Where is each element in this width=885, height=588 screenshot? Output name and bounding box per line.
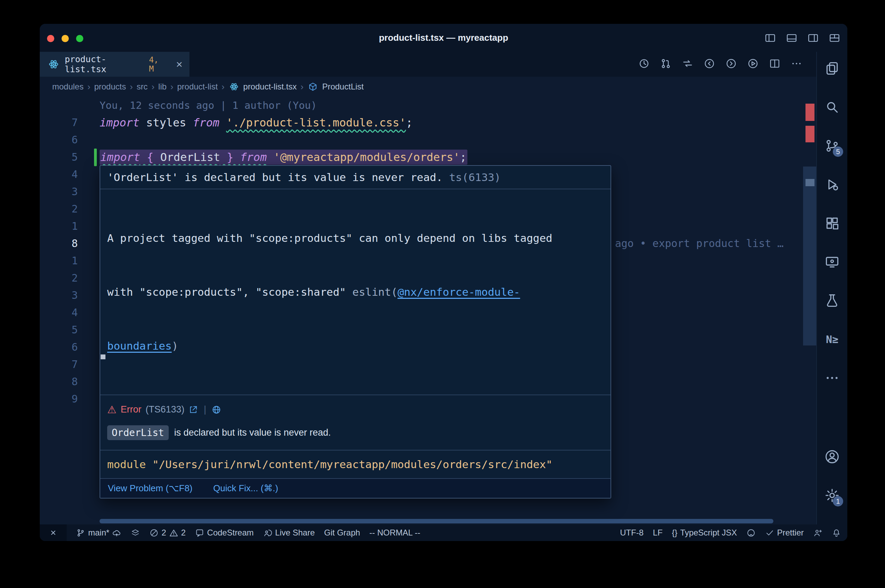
line-number[interactable]: 1 <box>40 252 78 270</box>
line-number-current[interactable]: 8 <box>40 235 78 252</box>
hover-error-detail: OrderList is declared but its value is n… <box>100 418 610 450</box>
tab-product-list[interactable]: product-list.tsx 4, M × <box>40 52 189 77</box>
branch-icon <box>76 528 86 537</box>
pull-request-icon[interactable] <box>660 58 672 71</box>
title-bar: product-list.tsx — myreactapp <box>40 24 847 52</box>
errors-icon <box>149 528 159 537</box>
symbol-token-badge: OrderList <box>107 425 169 440</box>
github-icon <box>746 528 756 537</box>
react-file-icon <box>229 82 239 92</box>
open-external-icon[interactable] <box>188 405 198 415</box>
line-number[interactable]: 4 <box>40 304 78 321</box>
code-line[interactable] <box>99 131 802 148</box>
breadcrumb-item[interactable]: modules <box>52 82 84 92</box>
bell-icon <box>832 528 841 537</box>
search-icon[interactable] <box>824 99 840 116</box>
line-number[interactable]: 2 <box>40 270 78 287</box>
line-number[interactable]: 3 <box>40 183 78 200</box>
codestream-icon <box>195 528 204 537</box>
github-status[interactable] <box>746 528 756 537</box>
breadcrumb-file[interactable]: product-list.tsx <box>243 82 297 92</box>
line-number[interactable]: 9 <box>40 390 78 408</box>
symbol-cube-icon <box>308 82 318 92</box>
eslint-rule-link[interactable]: @nx/enforce-module- <box>398 286 520 298</box>
git-change-indicator <box>94 148 97 166</box>
remote-indicator[interactable] <box>40 524 67 541</box>
split-editor-icon[interactable] <box>769 58 781 71</box>
gitlens-compare[interactable] <box>131 528 140 537</box>
run-file-icon[interactable] <box>747 58 759 71</box>
git-graph-status[interactable]: Git Graph <box>324 528 360 537</box>
extensions-icon[interactable] <box>824 215 840 231</box>
settings-gear-icon[interactable]: 1 <box>824 487 840 504</box>
breadcrumb: modules › products › src › lib › product… <box>40 77 816 97</box>
quick-fix-link[interactable]: Quick Fix... (⌘.) <box>213 483 278 494</box>
breadcrumb-item[interactable]: products <box>94 82 126 92</box>
horizontal-scrollbar[interactable] <box>99 519 773 524</box>
line-number[interactable]: 3 <box>40 287 78 304</box>
breadcrumb-item[interactable]: lib <box>158 82 167 92</box>
more-views-icon[interactable] <box>824 370 840 386</box>
notifications-status[interactable] <box>832 528 841 537</box>
encoding-status[interactable]: UTF-8 <box>620 528 644 537</box>
globe-icon[interactable] <box>212 405 221 415</box>
codestream-status[interactable]: CodeStream <box>195 528 254 537</box>
hover-resize-handle[interactable] <box>101 354 105 359</box>
breadcrumb-separator: › <box>87 81 90 92</box>
tab-close-icon[interactable]: × <box>176 59 183 70</box>
code-line-import-orderlist[interactable]: import { OrderList } from '@myreactapp/m… <box>99 148 802 166</box>
view-problem-link[interactable]: View Problem (⌥F8) <box>108 483 192 494</box>
timeline-icon[interactable] <box>638 58 650 71</box>
hover-error-row: ⚠ Error(TS6133) | <box>100 395 610 418</box>
toggle-secondary-sidebar-icon[interactable] <box>807 32 819 44</box>
hover-module-path: module "/Users/juri/nrwl/content/myreact… <box>100 450 610 478</box>
line-number[interactable]: 6 <box>40 131 78 148</box>
window-title: product-list.tsx — myreactapp <box>40 24 847 52</box>
line-number[interactable]: 4 <box>40 166 78 183</box>
testing-icon[interactable] <box>824 292 840 309</box>
line-number[interactable]: 6 <box>40 339 78 356</box>
breadcrumb-item[interactable]: src <box>137 82 147 92</box>
customize-layout-icon[interactable] <box>829 32 840 44</box>
remote-explorer-icon[interactable] <box>824 254 840 270</box>
eol-status[interactable]: LF <box>653 528 663 537</box>
code-line-import-styles[interactable]: import styles from './product-list.modul… <box>99 114 802 131</box>
breadcrumb-symbol[interactable]: ProductList <box>322 82 364 92</box>
vscode-window: product-list.tsx — myreactapp product-li… <box>40 24 847 541</box>
nx-console-icon[interactable]: N≥ <box>824 331 840 348</box>
line-number[interactable]: 8 <box>40 373 78 390</box>
next-change-icon[interactable] <box>725 58 737 71</box>
more-actions-icon[interactable] <box>790 58 802 71</box>
settings-badge: 1 <box>833 496 843 507</box>
vertical-scrollbar[interactable] <box>803 166 816 345</box>
explorer-icon[interactable] <box>824 60 840 77</box>
line-number[interactable]: 5 <box>40 321 78 339</box>
open-changes-icon[interactable] <box>682 58 693 71</box>
check-icon <box>765 528 774 537</box>
line-number[interactable]: 2 <box>40 200 78 218</box>
person-icon <box>813 528 822 537</box>
breadcrumb-separator: › <box>222 81 225 92</box>
breadcrumb-separator: › <box>170 81 174 92</box>
line-number[interactable]: 7 <box>40 356 78 373</box>
toggle-sidebar-icon[interactable] <box>764 32 776 44</box>
breadcrumb-item[interactable]: product-list <box>177 82 218 92</box>
error-label: Error <box>121 404 141 415</box>
line-number[interactable]: 1 <box>40 218 78 235</box>
run-debug-icon[interactable] <box>824 176 840 193</box>
feedback-status[interactable] <box>813 528 822 537</box>
language-mode-status[interactable]: {} TypeScript JSX <box>672 528 737 537</box>
toggle-panel-icon[interactable] <box>786 32 798 44</box>
vim-mode-indicator[interactable]: -- NORMAL -- <box>370 528 421 537</box>
line-number[interactable]: 7 <box>40 114 78 131</box>
line-number[interactable]: 5 <box>40 148 78 166</box>
eslint-rule-link[interactable]: boundaries <box>107 340 172 352</box>
prettier-status[interactable]: Prettier <box>765 528 804 537</box>
account-icon[interactable] <box>824 448 840 465</box>
source-control-icon[interactable]: 5 <box>824 138 840 154</box>
problems-status[interactable]: 2 2 <box>149 528 186 537</box>
live-share-status[interactable]: Live Share <box>263 528 315 537</box>
git-branch-status[interactable]: main* <box>76 528 121 537</box>
gitlens-blame-annotation: You, 12 seconds ago | 1 author (You) <box>99 97 317 114</box>
previous-change-icon[interactable] <box>703 58 715 71</box>
